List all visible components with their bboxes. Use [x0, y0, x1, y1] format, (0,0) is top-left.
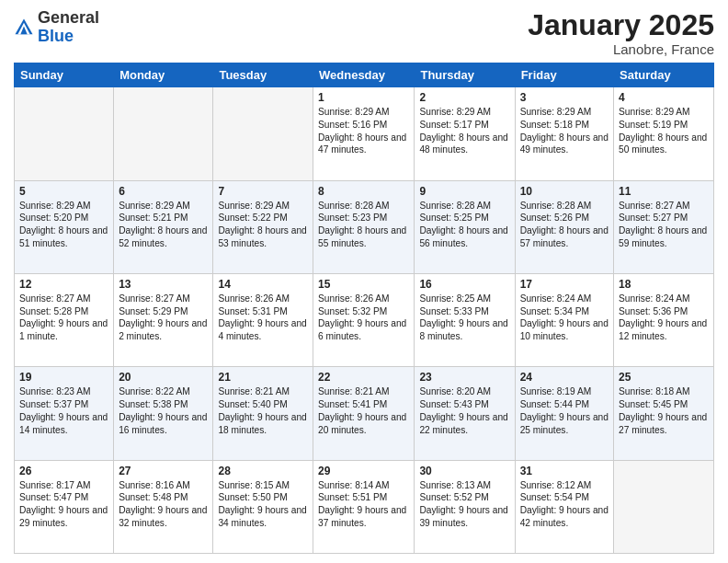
day-number: 28 — [218, 465, 308, 477]
table-row: 22Sunrise: 8:21 AM Sunset: 5:41 PM Dayli… — [313, 367, 415, 460]
table-row: 2Sunrise: 8:29 AM Sunset: 5:17 PM Daylig… — [415, 87, 515, 180]
cell-info: Sunrise: 8:29 AM Sunset: 5:22 PM Dayligh… — [218, 200, 308, 250]
logo-icon — [14, 17, 34, 38]
cell-info: Sunrise: 8:27 AM Sunset: 5:28 PM Dayligh… — [19, 293, 108, 343]
day-number: 23 — [419, 371, 509, 384]
day-number: 19 — [19, 371, 108, 384]
table-row: 3Sunrise: 8:29 AM Sunset: 5:18 PM Daylig… — [515, 87, 613, 180]
cell-info: Sunrise: 8:27 AM Sunset: 5:29 PM Dayligh… — [119, 293, 208, 343]
day-number: 27 — [119, 465, 208, 477]
day-number: 10 — [520, 185, 609, 198]
cell-info: Sunrise: 8:19 AM Sunset: 5:44 PM Dayligh… — [520, 385, 609, 436]
table-row: 14Sunrise: 8:26 AM Sunset: 5:31 PM Dayli… — [213, 273, 313, 366]
table-row: 26Sunrise: 8:17 AM Sunset: 5:47 PM Dayli… — [15, 460, 114, 553]
table-row: 17Sunrise: 8:24 AM Sunset: 5:34 PM Dayli… — [515, 273, 613, 366]
day-number: 21 — [218, 371, 308, 384]
day-number: 26 — [19, 465, 108, 477]
day-number: 15 — [318, 278, 409, 291]
cell-info: Sunrise: 8:27 AM Sunset: 5:27 PM Dayligh… — [619, 200, 709, 250]
month-year-title: January 2025 — [528, 9, 714, 41]
col-friday: Friday — [515, 63, 613, 87]
cell-info: Sunrise: 8:13 AM Sunset: 5:52 PM Dayligh… — [419, 479, 509, 530]
day-number: 14 — [218, 278, 308, 291]
table-row — [114, 87, 213, 180]
day-number: 22 — [318, 371, 409, 384]
day-number: 17 — [520, 278, 609, 291]
header: General Blue January 2025 Lanobre, Franc… — [14, 9, 714, 57]
calendar-week-row: 1Sunrise: 8:29 AM Sunset: 5:16 PM Daylig… — [15, 87, 714, 180]
table-row: 20Sunrise: 8:22 AM Sunset: 5:38 PM Dayli… — [114, 367, 213, 460]
table-row: 8Sunrise: 8:28 AM Sunset: 5:23 PM Daylig… — [313, 180, 415, 273]
cell-info: Sunrise: 8:28 AM Sunset: 5:23 PM Dayligh… — [318, 200, 409, 250]
day-number: 30 — [419, 465, 509, 477]
cell-info: Sunrise: 8:29 AM Sunset: 5:17 PM Dayligh… — [419, 106, 509, 156]
day-number: 1 — [318, 91, 409, 104]
table-row: 4Sunrise: 8:29 AM Sunset: 5:19 PM Daylig… — [614, 87, 714, 180]
day-number: 13 — [119, 278, 208, 291]
cell-info: Sunrise: 8:21 AM Sunset: 5:41 PM Dayligh… — [318, 385, 409, 436]
table-row: 25Sunrise: 8:18 AM Sunset: 5:45 PM Dayli… — [614, 367, 714, 460]
cell-info: Sunrise: 8:26 AM Sunset: 5:31 PM Dayligh… — [218, 293, 308, 343]
col-thursday: Thursday — [415, 63, 515, 87]
cell-info: Sunrise: 8:22 AM Sunset: 5:38 PM Dayligh… — [119, 385, 208, 436]
cell-info: Sunrise: 8:29 AM Sunset: 5:21 PM Dayligh… — [119, 200, 208, 250]
table-row: 28Sunrise: 8:15 AM Sunset: 5:50 PM Dayli… — [213, 460, 313, 553]
day-number: 11 — [619, 185, 709, 198]
table-row: 12Sunrise: 8:27 AM Sunset: 5:28 PM Dayli… — [15, 273, 114, 366]
day-number: 4 — [619, 91, 709, 104]
calendar-week-row: 12Sunrise: 8:27 AM Sunset: 5:28 PM Dayli… — [15, 273, 714, 366]
cell-info: Sunrise: 8:24 AM Sunset: 5:36 PM Dayligh… — [619, 293, 709, 343]
col-saturday: Saturday — [614, 63, 714, 87]
table-row: 7Sunrise: 8:29 AM Sunset: 5:22 PM Daylig… — [213, 180, 313, 273]
cell-info: Sunrise: 8:18 AM Sunset: 5:45 PM Dayligh… — [619, 385, 709, 436]
table-row: 21Sunrise: 8:21 AM Sunset: 5:40 PM Dayli… — [213, 367, 313, 460]
table-row: 18Sunrise: 8:24 AM Sunset: 5:36 PM Dayli… — [614, 273, 714, 366]
day-number: 20 — [119, 371, 208, 384]
table-row: 5Sunrise: 8:29 AM Sunset: 5:20 PM Daylig… — [15, 180, 114, 273]
cell-info: Sunrise: 8:21 AM Sunset: 5:40 PM Dayligh… — [218, 385, 308, 436]
day-number: 16 — [419, 278, 509, 291]
cell-info: Sunrise: 8:23 AM Sunset: 5:37 PM Dayligh… — [19, 385, 108, 436]
day-number: 3 — [520, 91, 609, 104]
col-sunday: Sunday — [15, 63, 114, 87]
cell-info: Sunrise: 8:12 AM Sunset: 5:54 PM Dayligh… — [520, 479, 609, 530]
col-tuesday: Tuesday — [213, 63, 313, 87]
day-number: 7 — [218, 185, 308, 198]
table-row: 13Sunrise: 8:27 AM Sunset: 5:29 PM Dayli… — [114, 273, 213, 366]
cell-info: Sunrise: 8:26 AM Sunset: 5:32 PM Dayligh… — [318, 293, 409, 343]
cell-info: Sunrise: 8:25 AM Sunset: 5:33 PM Dayligh… — [419, 293, 509, 343]
day-number: 8 — [318, 185, 409, 198]
calendar-header-row: Sunday Monday Tuesday Wednesday Thursday… — [15, 63, 714, 87]
day-number: 9 — [419, 185, 509, 198]
col-monday: Monday — [114, 63, 213, 87]
cell-info: Sunrise: 8:29 AM Sunset: 5:20 PM Dayligh… — [19, 200, 108, 250]
day-number: 5 — [19, 185, 108, 198]
cell-info: Sunrise: 8:14 AM Sunset: 5:51 PM Dayligh… — [318, 479, 409, 530]
calendar-week-row: 26Sunrise: 8:17 AM Sunset: 5:47 PM Dayli… — [15, 460, 714, 553]
calendar-week-row: 5Sunrise: 8:29 AM Sunset: 5:20 PM Daylig… — [15, 180, 714, 273]
table-row — [614, 460, 714, 553]
table-row: 27Sunrise: 8:16 AM Sunset: 5:48 PM Dayli… — [114, 460, 213, 553]
table-row — [213, 87, 313, 180]
table-row: 19Sunrise: 8:23 AM Sunset: 5:37 PM Dayli… — [15, 367, 114, 460]
day-number: 6 — [119, 185, 208, 198]
table-row: 9Sunrise: 8:28 AM Sunset: 5:25 PM Daylig… — [415, 180, 515, 273]
table-row: 10Sunrise: 8:28 AM Sunset: 5:26 PM Dayli… — [515, 180, 613, 273]
table-row: 6Sunrise: 8:29 AM Sunset: 5:21 PM Daylig… — [114, 180, 213, 273]
table-row: 24Sunrise: 8:19 AM Sunset: 5:44 PM Dayli… — [515, 367, 613, 460]
location-subtitle: Lanobre, France — [528, 41, 714, 57]
day-number: 24 — [520, 371, 609, 384]
table-row: 31Sunrise: 8:12 AM Sunset: 5:54 PM Dayli… — [515, 460, 613, 553]
calendar-table: Sunday Monday Tuesday Wednesday Thursday… — [14, 63, 714, 554]
logo-blue-text: Blue — [38, 27, 74, 45]
logo-text: General Blue — [38, 9, 99, 46]
cell-info: Sunrise: 8:29 AM Sunset: 5:19 PM Dayligh… — [619, 106, 709, 156]
day-number: 18 — [619, 278, 709, 291]
table-row: 29Sunrise: 8:14 AM Sunset: 5:51 PM Dayli… — [313, 460, 415, 553]
cell-info: Sunrise: 8:28 AM Sunset: 5:25 PM Dayligh… — [419, 200, 509, 250]
table-row: 15Sunrise: 8:26 AM Sunset: 5:32 PM Dayli… — [313, 273, 415, 366]
cell-info: Sunrise: 8:29 AM Sunset: 5:18 PM Dayligh… — [520, 106, 609, 156]
cell-info: Sunrise: 8:17 AM Sunset: 5:47 PM Dayligh… — [19, 479, 108, 530]
cell-info: Sunrise: 8:24 AM Sunset: 5:34 PM Dayligh… — [520, 293, 609, 343]
table-row: 30Sunrise: 8:13 AM Sunset: 5:52 PM Dayli… — [415, 460, 515, 553]
